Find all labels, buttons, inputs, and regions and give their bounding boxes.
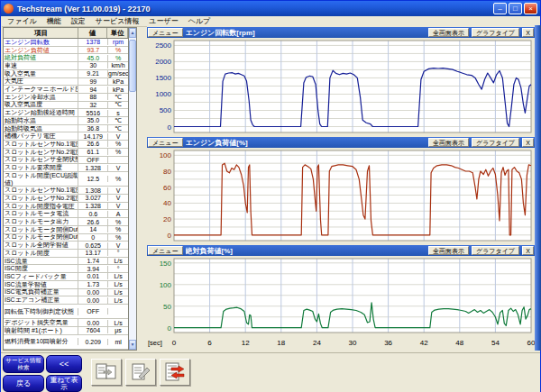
parameter-value: 94 xyxy=(78,87,108,93)
table-row[interactable]: スロットルセンサNo.1電圧1.308V xyxy=(4,187,128,195)
table-row[interactable]: スロットルモータ閉側Duty比0% xyxy=(4,234,128,242)
parameter-unit: % xyxy=(108,47,128,53)
svg-text:18: 18 xyxy=(277,339,285,347)
fullscreen-button[interactable]: 全画面表示 xyxy=(428,246,469,255)
table-row[interactable]: 回転低下時制御判定状態OFF xyxy=(4,305,128,319)
parameter-name: スロットルセンサNo.1電圧 xyxy=(4,187,78,194)
table-row[interactable]: スロットルセンサNo.1電圧比26.6% xyxy=(4,141,128,149)
table-row[interactable]: 燃料消費量10回噴射分0.209ml xyxy=(4,335,128,350)
list-compare-button[interactable] xyxy=(91,359,122,386)
fullscreen-button[interactable]: 全画面表示 xyxy=(428,138,469,147)
parameter-unit: s xyxy=(108,110,128,116)
parameter-name: ISC開度 xyxy=(4,265,78,272)
table-row[interactable]: デポジット損失空気量0.00L/s xyxy=(4,319,128,327)
table-row[interactable]: ISC電気負荷補正量0.00L/s xyxy=(4,289,128,297)
list-sync-button[interactable] xyxy=(160,359,190,386)
fullscreen-button[interactable]: 全画面表示 xyxy=(428,28,469,37)
table-header: 項目 値 単位 xyxy=(4,28,128,39)
menu-item[interactable]: 機能 xyxy=(47,16,61,26)
svg-text:48: 48 xyxy=(455,339,463,347)
overlay-display-button[interactable]: 重ねて表示 xyxy=(46,375,82,392)
table-row[interactable]: スロットルモータ電流0.6A xyxy=(4,210,128,218)
parameter-unit: % xyxy=(108,226,128,232)
rpm-chart: 05001000150020002500 xyxy=(147,38,535,136)
chart-close-button[interactable]: X xyxy=(522,138,534,147)
svg-text:0: 0 xyxy=(168,123,172,132)
bottom-bar: サービス情報検索 << 戻る 重ねて表示 xyxy=(1,352,540,392)
table-row[interactable]: エンジン回転数1378rpm xyxy=(4,39,128,47)
table-row[interactable]: 補機バッテリ電圧14.179V xyxy=(4,132,128,141)
parameter-name: スロットル開度 xyxy=(4,250,78,257)
chart-menu-button[interactable]: メニュー xyxy=(148,28,183,37)
parameter-name: スロットルモータ出力 xyxy=(4,218,78,225)
table-row[interactable]: 絶対負荷値45.0% xyxy=(4,54,128,62)
chart-menu-button[interactable]: メニュー xyxy=(148,138,183,147)
parameter-value: 12.5 xyxy=(78,176,108,182)
graph-type-button[interactable]: グラフタイプ xyxy=(472,138,519,147)
parameter-value: 88 xyxy=(78,94,108,100)
svg-text:54: 54 xyxy=(491,339,500,347)
chart-menu-button[interactable]: メニュー xyxy=(148,246,183,255)
table-row[interactable]: スロットル開度13.17° xyxy=(4,250,128,258)
parameter-unit: V xyxy=(108,165,128,171)
menu-item[interactable]: サービス情報 xyxy=(96,16,140,26)
table-row[interactable]: 噴射時間 #1(ポート)7604μs xyxy=(4,327,128,335)
service-info-search-button[interactable]: サービス情報検索 xyxy=(3,355,44,373)
table-row[interactable]: ISCフィードバック量0.01L/s xyxy=(4,273,128,281)
chart-close-button[interactable]: X xyxy=(522,246,534,255)
table-row[interactable]: スロットルセンサNo.2電圧3.027V xyxy=(4,195,128,203)
chart-area-scrollbar[interactable] xyxy=(535,25,541,351)
parameter-name: ISC流量学習値 xyxy=(4,281,78,288)
parameter-value: 45.0 xyxy=(78,55,108,61)
collapse-button[interactable]: << xyxy=(46,355,82,373)
table-row[interactable]: スロットル開度指令電圧1.328V xyxy=(4,203,128,211)
table-row[interactable]: スロットルモータ開側Duty比14% xyxy=(4,226,128,234)
parameter-unit: V xyxy=(108,242,128,249)
table-row[interactable]: エンジン冷却水温88℃ xyxy=(4,94,128,102)
parameter-value: 26.6 xyxy=(78,219,108,225)
table-row[interactable]: スロットルセンサNo.2電圧比61.1% xyxy=(4,149,128,157)
menu-item[interactable]: ファイル xyxy=(7,16,37,26)
table-row[interactable]: スロットルモータ出力26.6% xyxy=(4,218,128,226)
table-row[interactable]: スロットル要求開度1.328V xyxy=(4,164,128,172)
svg-text:500: 500 xyxy=(160,106,172,114)
parameter-unit: % xyxy=(108,141,128,147)
table-row[interactable]: 大気圧99kPa xyxy=(4,78,128,87)
back-button[interactable]: 戻る xyxy=(3,375,44,392)
graph-type-button[interactable]: グラフタイプ xyxy=(472,28,519,37)
chart-close-button[interactable]: X xyxy=(522,28,534,37)
maximize-button[interactable]: □ xyxy=(509,3,522,14)
close-button[interactable]: × xyxy=(524,3,537,14)
parameter-name: スロットルモータ閉側Duty比 xyxy=(4,233,78,241)
parameter-value: 61.1 xyxy=(78,149,108,155)
scroll-down-icon[interactable]: ▼ xyxy=(129,340,136,350)
parameter-value: 26.6 xyxy=(78,141,108,147)
parameter-unit: L/s xyxy=(108,297,128,304)
graph-type-button[interactable]: グラフタイプ xyxy=(472,246,519,255)
chart-title: エンジン回転数[rpm] xyxy=(186,28,426,38)
table-row[interactable]: エンジン負荷値93.7% xyxy=(4,47,128,55)
table-row[interactable]: インテークマニホールド圧94kPa xyxy=(4,86,128,94)
minimize-button[interactable]: – xyxy=(493,3,507,14)
table-row[interactable]: 吸入空気量9.21gm/sec xyxy=(4,70,128,78)
scroll-up-icon[interactable]: ▲ xyxy=(129,28,136,38)
table-scrollbar[interactable]: ▲ ▼ xyxy=(128,28,136,350)
table-row[interactable]: ISC開度3.94° xyxy=(4,265,128,273)
table-row[interactable]: スロットル開度(ECU認識値)12.5% xyxy=(4,172,128,187)
table-row[interactable]: ISCエアコン補正量0.00L/s xyxy=(4,296,128,305)
table-row[interactable]: ISC流量1.74L/s xyxy=(4,258,128,266)
menu-item[interactable]: 設定 xyxy=(71,16,86,26)
parameter-unit: ml xyxy=(108,339,128,345)
svg-text:42: 42 xyxy=(420,339,428,347)
table-row[interactable]: エンジン始動後経過時間5516s xyxy=(4,109,128,117)
table-row[interactable]: 車速30km/h xyxy=(4,62,128,70)
parameter-name: スロットルセンサNo.2電圧 xyxy=(4,195,78,202)
table-row[interactable]: 始動時吸気温36.8℃ xyxy=(4,125,128,133)
table-row[interactable]: ISC流量学習値1.73L/s xyxy=(4,281,128,289)
table-row[interactable]: スロットル全閉学習値0.625V xyxy=(4,242,128,250)
table-row[interactable]: 始動時水温35.0℃ xyxy=(4,117,128,125)
table-row[interactable]: 吸入空気温度32℃ xyxy=(4,102,128,110)
document-edit-button[interactable] xyxy=(125,359,156,386)
scrollbar-thumb[interactable] xyxy=(129,40,136,92)
table-row[interactable]: スロットルセンサ全閉状態OFF xyxy=(4,157,128,165)
